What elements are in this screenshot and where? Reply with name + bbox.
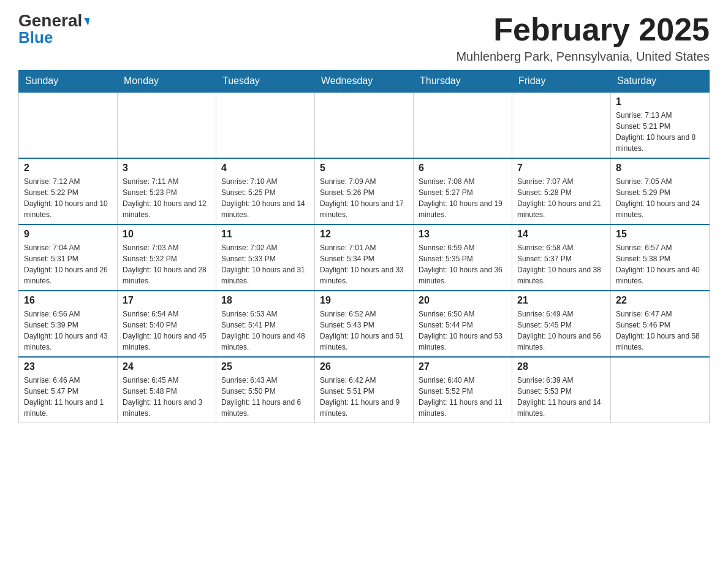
table-row: 19Sunrise: 6:52 AMSunset: 5:43 PMDayligh… [315, 291, 414, 357]
day-number: 18 [221, 295, 309, 306]
table-row [414, 92, 512, 158]
day-number: 27 [419, 361, 507, 372]
day-info: Sunrise: 7:13 AMSunset: 5:21 PMDaylight:… [616, 110, 704, 154]
table-row: 2Sunrise: 7:12 AMSunset: 5:22 PMDaylight… [19, 158, 118, 224]
header-tuesday: Tuesday [216, 71, 315, 93]
day-info: Sunrise: 7:09 AMSunset: 5:26 PMDaylight:… [320, 176, 408, 220]
table-row: 15Sunrise: 6:57 AMSunset: 5:38 PMDayligh… [611, 224, 710, 291]
table-row: 10Sunrise: 7:03 AMSunset: 5:32 PMDayligh… [118, 224, 216, 291]
day-number: 17 [123, 295, 211, 306]
header-saturday: Saturday [611, 71, 710, 93]
day-number: 2 [24, 163, 112, 174]
table-row: 9Sunrise: 7:04 AMSunset: 5:31 PMDaylight… [19, 224, 118, 291]
day-number: 7 [517, 163, 605, 174]
day-info: Sunrise: 7:04 AMSunset: 5:31 PMDaylight:… [24, 242, 112, 286]
day-info: Sunrise: 6:40 AMSunset: 5:52 PMDaylight:… [419, 375, 507, 419]
table-row: 27Sunrise: 6:40 AMSunset: 5:52 PMDayligh… [414, 357, 512, 423]
title-section: February 2025 Muhlenberg Park, Pennsylva… [456, 12, 710, 64]
day-number: 25 [221, 361, 309, 372]
table-row: 6Sunrise: 7:08 AMSunset: 5:27 PMDaylight… [414, 158, 512, 224]
day-info: Sunrise: 6:46 AMSunset: 5:47 PMDaylight:… [24, 375, 112, 419]
day-info: Sunrise: 6:47 AMSunset: 5:46 PMDaylight:… [616, 308, 704, 353]
logo-text-general: General [18, 12, 89, 29]
day-info: Sunrise: 6:45 AMSunset: 5:48 PMDaylight:… [123, 375, 211, 419]
table-row: 24Sunrise: 6:45 AMSunset: 5:48 PMDayligh… [118, 357, 216, 423]
day-info: Sunrise: 6:50 AMSunset: 5:44 PMDaylight:… [419, 308, 507, 353]
table-row [216, 92, 315, 158]
table-row: 21Sunrise: 6:49 AMSunset: 5:45 PMDayligh… [512, 291, 611, 357]
day-info: Sunrise: 7:08 AMSunset: 5:27 PMDaylight:… [419, 176, 507, 220]
header-friday: Friday [512, 71, 611, 93]
table-row: 4Sunrise: 7:10 AMSunset: 5:25 PMDaylight… [216, 158, 315, 224]
logo: General Blue [18, 12, 89, 47]
day-number: 5 [320, 163, 408, 174]
day-number: 3 [123, 163, 211, 174]
table-row [611, 357, 710, 423]
table-row: 18Sunrise: 6:53 AMSunset: 5:41 PMDayligh… [216, 291, 315, 357]
header-thursday: Thursday [414, 71, 512, 93]
day-info: Sunrise: 6:59 AMSunset: 5:35 PMDaylight:… [419, 242, 507, 286]
day-number: 6 [419, 163, 507, 174]
calendar-week-row: 9Sunrise: 7:04 AMSunset: 5:31 PMDaylight… [19, 224, 710, 291]
day-info: Sunrise: 7:01 AMSunset: 5:34 PMDaylight:… [320, 242, 408, 286]
table-row: 14Sunrise: 6:58 AMSunset: 5:37 PMDayligh… [512, 224, 611, 291]
day-number: 28 [517, 361, 605, 372]
page-header: General Blue February 2025 Muhlenberg Pa… [18, 12, 710, 64]
day-number: 20 [419, 295, 507, 306]
table-row: 8Sunrise: 7:05 AMSunset: 5:29 PMDaylight… [611, 158, 710, 224]
day-info: Sunrise: 6:42 AMSunset: 5:51 PMDaylight:… [320, 375, 408, 419]
day-info: Sunrise: 6:49 AMSunset: 5:45 PMDaylight:… [517, 308, 605, 353]
table-row [315, 92, 414, 158]
table-row: 3Sunrise: 7:11 AMSunset: 5:23 PMDaylight… [118, 158, 216, 224]
table-row: 7Sunrise: 7:07 AMSunset: 5:28 PMDaylight… [512, 158, 611, 224]
calendar-week-row: 1Sunrise: 7:13 AMSunset: 5:21 PMDaylight… [19, 92, 710, 158]
day-info: Sunrise: 6:57 AMSunset: 5:38 PMDaylight:… [616, 242, 704, 286]
table-row [512, 92, 611, 158]
day-number: 13 [419, 229, 507, 240]
calendar-week-row: 23Sunrise: 6:46 AMSunset: 5:47 PMDayligh… [19, 357, 710, 423]
day-info: Sunrise: 7:03 AMSunset: 5:32 PMDaylight:… [123, 242, 211, 286]
calendar-table: Sunday Monday Tuesday Wednesday Thursday… [18, 70, 710, 423]
header-wednesday: Wednesday [315, 71, 414, 93]
day-number: 15 [616, 229, 704, 240]
table-row: 16Sunrise: 6:56 AMSunset: 5:39 PMDayligh… [19, 291, 118, 357]
day-info: Sunrise: 7:05 AMSunset: 5:29 PMDaylight:… [616, 176, 704, 220]
calendar-week-row: 16Sunrise: 6:56 AMSunset: 5:39 PMDayligh… [19, 291, 710, 357]
day-number: 22 [616, 295, 704, 306]
table-row: 17Sunrise: 6:54 AMSunset: 5:40 PMDayligh… [118, 291, 216, 357]
table-row: 1Sunrise: 7:13 AMSunset: 5:21 PMDaylight… [611, 92, 710, 158]
day-number: 9 [24, 229, 112, 240]
day-number: 10 [123, 229, 211, 240]
table-row: 25Sunrise: 6:43 AMSunset: 5:50 PMDayligh… [216, 357, 315, 423]
day-number: 19 [320, 295, 408, 306]
day-info: Sunrise: 7:11 AMSunset: 5:23 PMDaylight:… [123, 176, 211, 220]
day-number: 21 [517, 295, 605, 306]
weekday-header-row: Sunday Monday Tuesday Wednesday Thursday… [19, 71, 710, 93]
day-number: 1 [616, 96, 704, 107]
calendar-week-row: 2Sunrise: 7:12 AMSunset: 5:22 PMDaylight… [19, 158, 710, 224]
day-number: 4 [221, 163, 309, 174]
logo-text-blue: Blue [18, 28, 53, 47]
day-info: Sunrise: 6:58 AMSunset: 5:37 PMDaylight:… [517, 242, 605, 286]
table-row [118, 92, 216, 158]
day-info: Sunrise: 6:43 AMSunset: 5:50 PMDaylight:… [221, 375, 309, 419]
day-info: Sunrise: 6:52 AMSunset: 5:43 PMDaylight:… [320, 308, 408, 353]
day-number: 12 [320, 229, 408, 240]
day-number: 11 [221, 229, 309, 240]
day-number: 23 [24, 361, 112, 372]
table-row: 26Sunrise: 6:42 AMSunset: 5:51 PMDayligh… [315, 357, 414, 423]
day-info: Sunrise: 6:56 AMSunset: 5:39 PMDaylight:… [24, 308, 112, 353]
day-number: 14 [517, 229, 605, 240]
table-row: 23Sunrise: 6:46 AMSunset: 5:47 PMDayligh… [19, 357, 118, 423]
day-number: 24 [123, 361, 211, 372]
header-monday: Monday [118, 71, 216, 93]
day-number: 16 [24, 295, 112, 306]
table-row: 13Sunrise: 6:59 AMSunset: 5:35 PMDayligh… [414, 224, 512, 291]
table-row: 12Sunrise: 7:01 AMSunset: 5:34 PMDayligh… [315, 224, 414, 291]
day-info: Sunrise: 6:39 AMSunset: 5:53 PMDaylight:… [517, 375, 605, 419]
day-info: Sunrise: 7:02 AMSunset: 5:33 PMDaylight:… [221, 242, 309, 286]
header-sunday: Sunday [19, 71, 118, 93]
day-info: Sunrise: 7:10 AMSunset: 5:25 PMDaylight:… [221, 176, 309, 220]
day-info: Sunrise: 7:12 AMSunset: 5:22 PMDaylight:… [24, 176, 112, 220]
day-info: Sunrise: 6:53 AMSunset: 5:41 PMDaylight:… [221, 308, 309, 353]
